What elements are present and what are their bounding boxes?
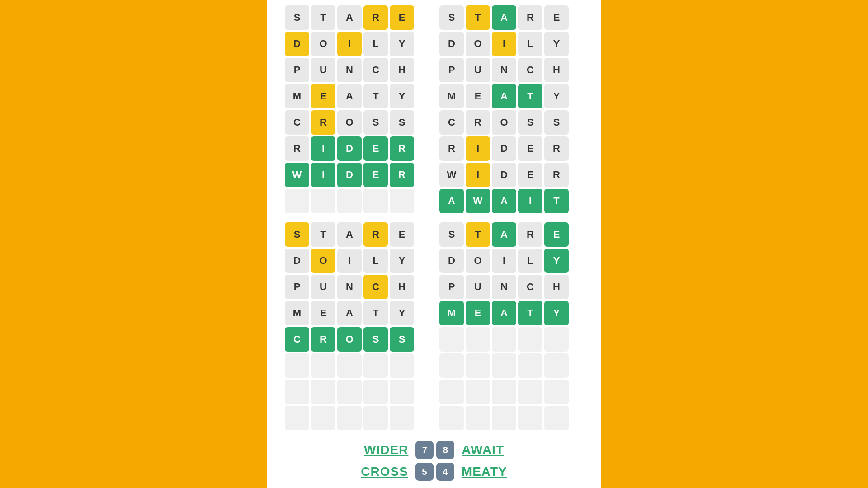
grid-row: S T A R E bbox=[439, 222, 583, 247]
cell: R bbox=[311, 327, 335, 352]
cell: H bbox=[390, 275, 414, 299]
grid-row: S T A R E bbox=[439, 5, 583, 30]
result-word-wider[interactable]: WIDER bbox=[364, 443, 408, 457]
cell-empty bbox=[390, 380, 414, 404]
cell-empty bbox=[285, 380, 309, 404]
cell: I bbox=[466, 163, 490, 187]
cell-empty bbox=[492, 380, 516, 404]
cell: I bbox=[311, 136, 335, 161]
cell: Y bbox=[544, 84, 569, 108]
cell-empty bbox=[363, 380, 388, 404]
cell-empty bbox=[492, 406, 516, 430]
grid-row: R I D E R bbox=[285, 136, 429, 161]
cell-empty bbox=[311, 406, 335, 430]
cell-empty bbox=[439, 327, 464, 352]
cell: U bbox=[311, 275, 335, 299]
cell: E bbox=[390, 222, 414, 247]
cell: T bbox=[466, 5, 490, 30]
cell: C bbox=[285, 110, 309, 135]
score-badge-7: 7 bbox=[415, 441, 434, 459]
score-badge-8: 8 bbox=[436, 441, 454, 459]
cell: O bbox=[466, 249, 490, 273]
cell: S bbox=[363, 110, 388, 135]
cell-empty bbox=[518, 380, 542, 404]
cell-empty bbox=[518, 406, 542, 430]
grid-row: P U N C H bbox=[285, 58, 429, 82]
cell: E bbox=[311, 84, 335, 108]
cell: W bbox=[285, 163, 309, 187]
grid-row: D O I L Y bbox=[285, 249, 429, 273]
score-badges-cross: 5 4 bbox=[415, 463, 454, 481]
main-card: S T A R E D O I L Y P U N C H M bbox=[267, 0, 601, 488]
cell: S bbox=[285, 5, 309, 30]
grid-row bbox=[285, 406, 429, 430]
cell: N bbox=[492, 58, 516, 82]
cell-empty bbox=[466, 353, 490, 378]
cell: P bbox=[439, 275, 464, 299]
cell: D bbox=[285, 32, 309, 56]
cell: O bbox=[337, 110, 362, 135]
cell: M bbox=[439, 84, 464, 108]
cell-empty bbox=[544, 406, 569, 430]
grid-row: W I D E R bbox=[439, 163, 583, 187]
cell: D bbox=[337, 163, 362, 187]
result-word-await[interactable]: AWAIT bbox=[462, 443, 504, 457]
cell: C bbox=[363, 275, 388, 299]
grid-row: P U N C H bbox=[439, 275, 583, 299]
cell: R bbox=[518, 222, 542, 247]
cell-empty bbox=[337, 189, 362, 213]
cell-empty bbox=[466, 380, 490, 404]
cell: I bbox=[518, 189, 542, 213]
grid-row: M E A T Y bbox=[285, 84, 429, 108]
cell: Y bbox=[390, 84, 414, 108]
cell: S bbox=[518, 110, 542, 135]
cell: R bbox=[439, 136, 464, 161]
cell: T bbox=[518, 84, 542, 108]
grid-row: D O I L Y bbox=[439, 249, 583, 273]
cell-empty bbox=[285, 353, 309, 378]
result-word-meaty[interactable]: MEATY bbox=[462, 465, 507, 479]
cell: W bbox=[439, 163, 464, 187]
cell: C bbox=[518, 58, 542, 82]
cell: S bbox=[439, 222, 464, 247]
cell: D bbox=[285, 249, 309, 273]
grid-row: M E A T Y bbox=[285, 301, 429, 325]
cell: E bbox=[466, 301, 490, 325]
cell: D bbox=[439, 249, 464, 273]
cell: R bbox=[311, 110, 335, 135]
cell: I bbox=[492, 249, 516, 273]
cell: R bbox=[518, 5, 542, 30]
cell: C bbox=[363, 58, 388, 82]
grid-row: W I D E R bbox=[285, 163, 429, 187]
cell: E bbox=[544, 5, 569, 30]
cell: R bbox=[363, 5, 388, 30]
cell: A bbox=[492, 5, 516, 30]
cell-empty bbox=[390, 406, 414, 430]
cell-empty bbox=[337, 406, 362, 430]
grid-row: M E A T Y bbox=[439, 84, 583, 108]
cell-empty bbox=[544, 327, 569, 352]
cell-empty bbox=[337, 380, 362, 404]
cell: D bbox=[337, 136, 362, 161]
cell: D bbox=[439, 32, 464, 56]
cell: W bbox=[466, 189, 490, 213]
cell-empty bbox=[518, 327, 542, 352]
cell: Y bbox=[544, 301, 569, 325]
cell: L bbox=[518, 32, 542, 56]
cell: E bbox=[363, 163, 388, 187]
cell: A bbox=[492, 189, 516, 213]
cell-empty bbox=[390, 353, 414, 378]
cell: R bbox=[544, 136, 569, 161]
grid-row: D O I L Y bbox=[439, 32, 583, 56]
cell: C bbox=[285, 327, 309, 352]
cell: M bbox=[439, 301, 464, 325]
cell: I bbox=[337, 249, 362, 273]
cell: A bbox=[492, 84, 516, 108]
cell-empty bbox=[311, 189, 335, 213]
result-word-cross[interactable]: CROSS bbox=[361, 465, 408, 479]
score-badge-5: 5 bbox=[415, 463, 434, 481]
cell: P bbox=[285, 58, 309, 82]
cell-empty bbox=[492, 327, 516, 352]
cell: A bbox=[337, 5, 362, 30]
grid-row: C R O S S bbox=[439, 110, 583, 135]
